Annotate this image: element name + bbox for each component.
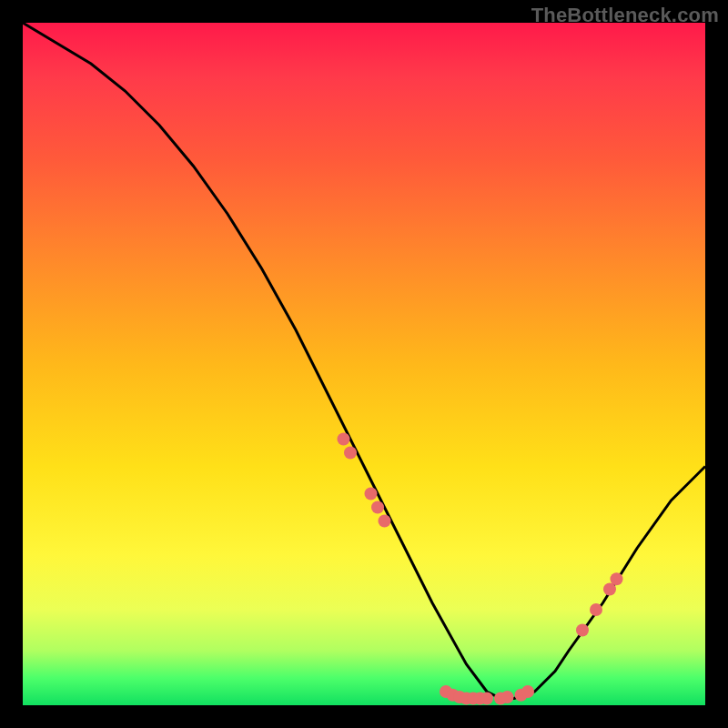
bottleneck-curve-path	[23, 23, 705, 699]
data-point	[338, 433, 350, 446]
plot-area	[23, 23, 705, 705]
data-point	[480, 693, 493, 705]
data-point	[590, 603, 602, 616]
data-point	[371, 501, 384, 514]
data-markers	[338, 433, 623, 705]
data-point	[344, 447, 357, 460]
data-point	[501, 691, 514, 703]
bottleneck-chart	[23, 23, 705, 705]
chart-frame: TheBottleneck.com	[0, 0, 728, 728]
data-point	[365, 488, 378, 500]
data-point	[576, 624, 589, 637]
data-point	[521, 685, 534, 698]
data-point	[611, 572, 623, 585]
data-point	[379, 515, 391, 528]
watermark-text: TheBottleneck.com	[531, 4, 719, 27]
